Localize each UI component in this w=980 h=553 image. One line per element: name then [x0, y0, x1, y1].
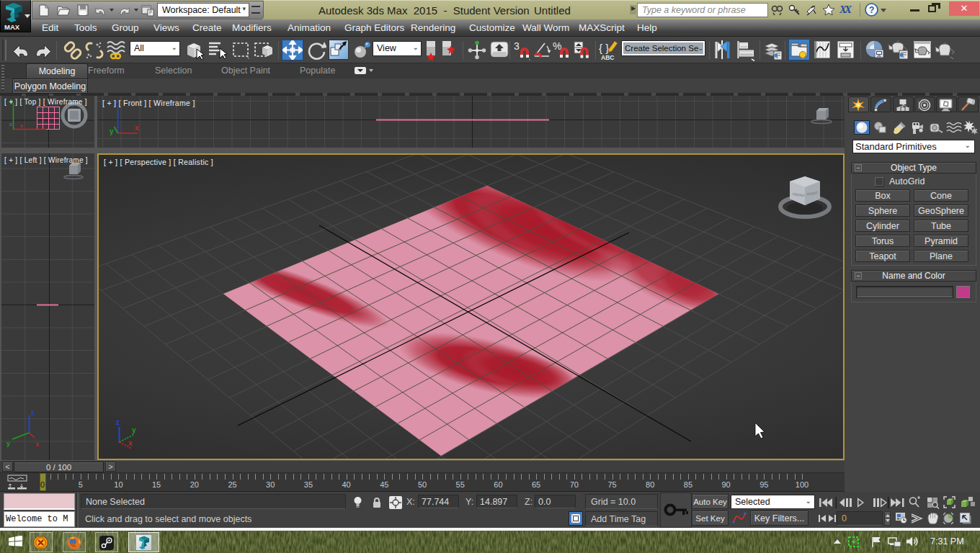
svg-text:y: y [6, 440, 10, 447]
svg-text:z: z [9, 121, 12, 127]
svg-text:MAX: MAX [4, 23, 20, 31]
svg-text:z: z [116, 418, 120, 426]
svg-text:x: x [135, 124, 139, 132]
svg-text:x: x [35, 441, 39, 448]
svg-text:ABC: ABC [601, 54, 614, 61]
svg-text:3: 3 [514, 40, 520, 52]
svg-text:?: ? [869, 5, 874, 15]
svg-text:{ }: { } [599, 42, 609, 54]
svg-text:x: x [20, 122, 23, 129]
svg-text:y: y [110, 127, 114, 135]
svg-text:y: y [132, 426, 136, 434]
svg-text:z: z [31, 409, 35, 416]
svg-text:x: x [128, 439, 133, 447]
